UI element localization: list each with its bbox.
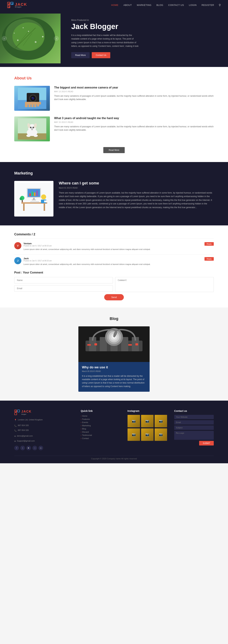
svg-rect-26 (25, 104, 28, 107)
article-image-1 (14, 86, 50, 111)
footer-link-marketing[interactable]: Marketing (81, 424, 120, 426)
svg-rect-51 (33, 198, 35, 200)
marketing-card: Where can I get some March 01 2019 5 REA… (14, 181, 214, 216)
article-card-2: What 3 years of android taught me the ha… (14, 116, 214, 141)
twitter-icon[interactable]: t (20, 446, 25, 450)
send-button[interactable]: Send (104, 294, 124, 300)
contact-us-button[interactable]: Contact Us (92, 52, 110, 58)
article-image-2 (14, 116, 50, 141)
email-input[interactable] (14, 285, 113, 292)
svg-rect-80 (16, 411, 16, 412)
nav-register[interactable]: REGISTER (201, 3, 214, 7)
footer-instagram-col: Instagram 📷 📷 📷 📷 📷 📷 (128, 410, 167, 450)
svg-rect-76 (94, 343, 97, 346)
svg-rect-28 (31, 104, 34, 107)
blog-card-content: Why do we use it March 09 2019 5 READ It… (78, 362, 150, 392)
linkedin-icon[interactable]: in (38, 446, 43, 450)
svg-point-43 (34, 134, 38, 137)
comment-date-2: Posted on Jan 6 / 2017 at 06:53 am (24, 260, 214, 262)
svg-point-39 (31, 127, 31, 128)
footer-website-input[interactable] (174, 415, 214, 419)
hero-image-placeholder (0, 14, 60, 64)
instagram-icon[interactable]: □ (32, 446, 37, 450)
insta-item-4[interactable]: 📷 (128, 428, 140, 441)
comment-body-2: Jack Posted on Jan 6 / 2017 at 06:53 am … (24, 257, 214, 266)
comment-name-2: Jack (24, 257, 214, 260)
footer-subject-input[interactable] (174, 426, 214, 430)
marketing-content: Where can I get some March 01 2019 5 REA… (59, 181, 214, 209)
article-card-1: The biggest and most awesome camera of y… (14, 86, 214, 111)
nav-about[interactable]: ABOUT (123, 3, 132, 7)
camera-image (14, 86, 50, 111)
svg-rect-54 (23, 204, 24, 211)
insta-item-1[interactable]: 📷 (128, 415, 140, 427)
svg-rect-78 (136, 343, 138, 346)
footer-logo-icon (14, 410, 20, 415)
footer-email-input[interactable] (174, 420, 214, 424)
hero-next-button[interactable]: › (54, 36, 59, 41)
comment-item-2: J Jack Posted on Jan 6 / 2017 at 06:53 a… (14, 257, 214, 266)
hero-prev-button[interactable]: ‹ (2, 36, 7, 41)
svg-rect-82 (14, 413, 17, 415)
comment-avatar-2: J (14, 257, 22, 264)
blog-card-image (78, 326, 150, 362)
hero-content: More Featured in Jack Blogger It is a lo… (60, 12, 228, 66)
read-more-button[interactable]: Read More (71, 52, 90, 58)
svg-rect-29 (34, 104, 36, 107)
comment-form (14, 277, 214, 292)
footer-link-home[interactable]: Home (81, 415, 120, 417)
nav-contact[interactable]: CONTACT US (168, 3, 184, 7)
article-meta-2: MAY 15 2019 5 READ (54, 121, 214, 123)
footer-address-icon: 📍 London Ltd, United Kingdom (14, 418, 74, 422)
nav-blog[interactable]: BLOG (156, 3, 164, 7)
comment-textarea[interactable] (115, 277, 214, 292)
footer-submit-button[interactable]: SUBMIT (199, 441, 214, 446)
svg-point-61 (20, 197, 22, 200)
footer-link-contact[interactable]: Contact (81, 437, 120, 440)
main-nav: HOME ABOUT MARKETING BLOG CONTACT US LOG… (111, 3, 221, 7)
insta-item-2[interactable]: 📷 (141, 415, 154, 427)
svg-point-13 (28, 31, 29, 32)
about-read-more-button[interactable]: Read More (103, 147, 124, 153)
article-meta-1: MAY 13 2019 5 READ (54, 91, 214, 92)
reply-button-1[interactable]: Reply (204, 242, 214, 246)
insta-item-5[interactable]: 📷 (141, 428, 154, 441)
svg-rect-62 (44, 200, 48, 202)
nav-marketing[interactable]: MARKETING (136, 3, 152, 7)
name-input[interactable] (14, 277, 113, 284)
dog-image (14, 116, 50, 141)
footer-link-testimonial[interactable]: Testimonial (81, 434, 120, 436)
svg-rect-5 (8, 6, 10, 8)
footer-emails: ✉ demo@gmail.com ✉ Support@gmail.com (14, 434, 74, 444)
footer-brand-name: JACK (22, 410, 32, 413)
nav-home[interactable]: HOME (111, 3, 119, 7)
nav-login[interactable]: LOGIN (189, 3, 197, 7)
svg-point-56 (41, 194, 46, 200)
footer-grid: JACK Blogger 📍 London Ltd, United Kingdo… (14, 410, 214, 450)
svg-rect-55 (44, 204, 45, 211)
youtube-icon[interactable]: ▶ (26, 446, 31, 450)
hero-description: It is a long established fact that a rea… (71, 34, 139, 48)
reply-button-2[interactable]: Reply (204, 257, 214, 261)
insta-item-3[interactable]: 📷 (154, 415, 167, 427)
footer-link-features[interactable]: Features (81, 418, 120, 420)
comment-date-1: Posted on Jan 6 / 2017 at 06:53 am (24, 245, 214, 247)
insta-item-6[interactable]: 📷 (154, 428, 167, 441)
footer-link-events[interactable]: Events (81, 421, 120, 424)
hero-buttons: Read More Contact Us (71, 52, 217, 58)
footer-quicklinks-title: Quick link (81, 410, 120, 412)
post-comment-title: Post : Your Comment (14, 271, 214, 274)
blog-card-title: Why do we use it (82, 366, 146, 369)
footer-link-blog[interactable]: Blog (81, 428, 120, 430)
footer-social: f t ▶ □ in (14, 446, 74, 450)
facebook-icon[interactable]: f (14, 446, 19, 450)
footer-instagram-title: Instagram (128, 410, 167, 412)
svg-point-42 (26, 134, 31, 137)
search-icon[interactable]: ⚲ (219, 4, 221, 7)
footer-message-input[interactable] (174, 431, 214, 440)
comment-body-1: Veniam Posted on Jan 6 / 2017 at 06:53 a… (24, 242, 214, 251)
footer-logo: JACK Blogger (14, 410, 74, 415)
article-desc-1: There are many variations of passages of… (54, 94, 214, 101)
footer-link-discard[interactable]: Discard (81, 431, 120, 433)
svg-point-24 (32, 97, 32, 98)
